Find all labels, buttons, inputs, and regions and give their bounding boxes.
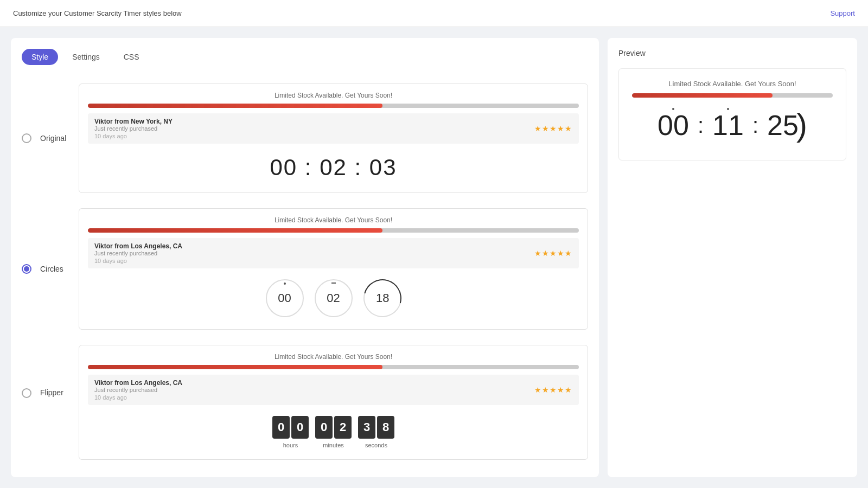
radio-flipper[interactable] xyxy=(22,388,31,398)
flipper-digit-m1: 0 xyxy=(315,416,333,439)
timer-card-circles: Limited Stock Available. Get Yours Soon!… xyxy=(79,208,588,330)
top-bar: Customize your Customer Scarcity Timer s… xyxy=(0,0,868,27)
style-option-original: Original Limited Stock Available. Get Yo… xyxy=(22,84,588,193)
radio-circles[interactable] xyxy=(22,264,31,274)
flipper-digits-hours: 0 0 xyxy=(272,416,309,439)
flipper-digit-h1: 0 xyxy=(272,416,290,439)
social-sub-circles: Just recently purchased xyxy=(94,250,182,256)
tab-style[interactable]: Style xyxy=(22,49,58,65)
label-flipper: Flipper xyxy=(40,388,70,397)
flipper-digits-minutes: 0 2 xyxy=(315,416,352,439)
social-time-flipper: 10 days ago xyxy=(94,394,182,401)
preview-card: Limited Stock Available. Get Yours Soon!… xyxy=(618,68,846,160)
support-link[interactable]: Support xyxy=(830,9,855,17)
progress-bar-original xyxy=(88,104,579,108)
circle-minutes: 02 xyxy=(315,279,353,317)
flipper-label-hours: hours xyxy=(283,442,298,448)
preview-seconds: 25 xyxy=(767,109,799,142)
right-panel: Preview Limited Stock Available. Get You… xyxy=(608,38,857,477)
preview-circles-timer: 00 : 11 : 25 ) xyxy=(632,106,833,144)
timer-card-original: Limited Stock Available. Get Yours Soon!… xyxy=(79,84,588,193)
original-timer-display: 00 : 02 : 03 xyxy=(88,150,579,183)
preview-dot-m xyxy=(727,108,729,110)
circle-seconds: 18 xyxy=(356,272,409,324)
circles-timer-display: 00 02 18 xyxy=(88,275,579,319)
preview-arc: ) xyxy=(796,106,807,144)
card-title-original: Limited Stock Available. Get Yours Soon! xyxy=(88,92,579,99)
social-proof-flipper: Viktor from Los Angeles, CA Just recentl… xyxy=(88,375,579,405)
preview-minutes: 11 xyxy=(712,110,744,141)
preview-h-wrap: 00 xyxy=(658,109,689,142)
stars-circles: ★★★★★ xyxy=(534,249,572,258)
circle-hours: 00 xyxy=(266,279,304,317)
progress-fill-original xyxy=(88,104,382,108)
progress-bar-circles xyxy=(88,228,579,233)
social-proof-original: Viktor from New York, NY Just recently p… xyxy=(88,113,579,144)
stars-original: ★★★★★ xyxy=(534,124,572,133)
preview-colon-2: : xyxy=(752,114,758,136)
progress-fill-circles xyxy=(88,228,382,233)
flipper-label-seconds: seconds xyxy=(365,442,387,448)
left-panel: Style Settings CSS Original Limited Stoc… xyxy=(11,38,599,477)
social-name-flipper: Viktor from Los Angeles, CA xyxy=(94,379,182,387)
social-name-circles: Viktor from Los Angeles, CA xyxy=(94,242,182,250)
flipper-label-minutes: minutes xyxy=(323,442,344,448)
label-circles: Circles xyxy=(40,265,70,273)
style-option-circles: Circles Limited Stock Available. Get You… xyxy=(22,208,588,330)
preview-title: Preview xyxy=(618,49,846,57)
flipper-digit-s1: 3 xyxy=(358,416,375,439)
stars-flipper: ★★★★★ xyxy=(534,386,572,394)
tab-settings[interactable]: Settings xyxy=(62,49,110,65)
card-title-flipper: Limited Stock Available. Get Yours Soon! xyxy=(88,353,579,361)
progress-fill-flipper xyxy=(88,365,382,369)
circle-dash-minutes xyxy=(331,282,336,284)
flipper-group-hours: 0 0 hours xyxy=(272,416,309,448)
flipper-digit-s2: 8 xyxy=(377,416,394,439)
preview-dot-h xyxy=(672,108,674,110)
timer-card-flipper: Limited Stock Available. Get Yours Soon!… xyxy=(79,345,588,460)
style-options: Original Limited Stock Available. Get Yo… xyxy=(22,78,588,477)
flipper-timer-display: 0 0 hours 0 2 minutes xyxy=(88,412,579,450)
flipper-group-minutes: 0 2 minutes xyxy=(315,416,352,448)
preview-m-wrap: 11 xyxy=(712,109,744,142)
tabs-container: Style Settings CSS xyxy=(22,49,588,65)
preview-card-title: Limited Stock Available. Get Yours Soon! xyxy=(632,80,833,88)
progress-bar-flipper xyxy=(88,365,579,369)
preview-s-wrap: 25 ) xyxy=(767,106,807,144)
flipper-digit-m2: 2 xyxy=(334,416,352,439)
preview-hours: 00 xyxy=(658,110,689,141)
circle-seconds-value: 18 xyxy=(375,291,388,305)
circle-minutes-value: 02 xyxy=(327,291,340,305)
social-name-original: Viktor from New York, NY xyxy=(94,118,173,125)
circle-hours-value: 00 xyxy=(278,291,291,305)
flipper-digit-h2: 0 xyxy=(291,416,309,439)
social-sub-original: Just recently purchased xyxy=(94,125,173,132)
tab-css[interactable]: CSS xyxy=(114,49,149,65)
label-original: Original xyxy=(40,134,70,143)
social-time-original: 10 days ago xyxy=(94,133,173,139)
social-sub-flipper: Just recently purchased xyxy=(94,387,182,393)
radio-original[interactable] xyxy=(22,133,31,143)
page-title: Customize your Customer Scarcity Timer s… xyxy=(13,9,182,17)
social-time-circles: 10 days ago xyxy=(94,258,182,264)
social-proof-circles: Viktor from Los Angeles, CA Just recentl… xyxy=(88,238,579,268)
flipper-group-seconds: 3 8 seconds xyxy=(358,416,394,448)
circle-dot-hours xyxy=(284,282,286,285)
style-option-flipper: Flipper Limited Stock Available. Get You… xyxy=(22,345,588,460)
preview-progress-fill xyxy=(632,93,773,98)
preview-colon-1: : xyxy=(698,114,704,136)
card-title-circles: Limited Stock Available. Get Yours Soon! xyxy=(88,216,579,224)
flipper-digits-seconds: 3 8 xyxy=(358,416,394,439)
preview-progress-bar xyxy=(632,93,833,98)
